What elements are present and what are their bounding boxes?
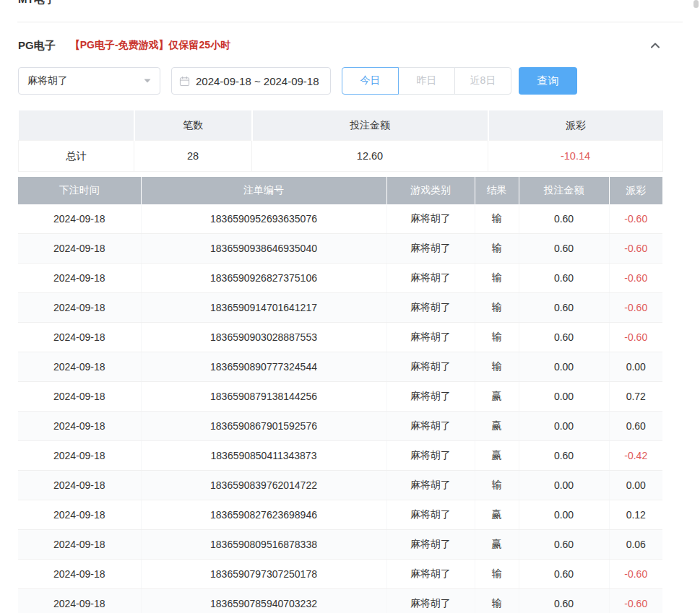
game-type-cell: 麻将胡了: [386, 264, 475, 293]
bet-records-table: 下注时间注单编号游戏类别结果投注金额派彩 2024-09-18183659095…: [18, 177, 662, 613]
summary-table: 笔数 投注金额 派彩 总计 28 12.60 -10.14: [18, 110, 663, 172]
bet-amount-cell: 0.60: [519, 323, 609, 352]
column-header-bet-amount: 投注金额: [519, 177, 609, 204]
section-title: PG电子: [18, 39, 56, 53]
table-row: 2024-09-181836590903028887553麻将胡了输0.60-0…: [18, 323, 662, 352]
summary-header-blank: [19, 110, 134, 141]
order-id-cell: 1836590827623698946: [141, 500, 386, 530]
date-range-value: 2024-09-18 ~ 2024-09-18: [196, 75, 319, 87]
column-header-result: 结果: [475, 177, 519, 204]
game-type-cell: 麻将胡了: [386, 352, 475, 382]
game-select[interactable]: 麻将胡了: [18, 67, 160, 95]
bet-amount-cell: 0.60: [519, 441, 609, 471]
table-row: 2024-09-181836590938646935040麻将胡了输0.60-0…: [18, 234, 662, 264]
game-select-value: 麻将胡了: [27, 74, 68, 87]
summary-count-value: 28: [134, 141, 252, 172]
payout-cell: 0.00: [609, 352, 662, 382]
payout-cell: 0.12: [609, 500, 662, 530]
pg-section-header: PG电子 【PG电子-免费游戏】仅保留25小时: [18, 36, 662, 55]
payout-cell: -0.42: [609, 441, 662, 471]
game-type-cell: 麻将胡了: [386, 530, 475, 560]
table-row: 2024-09-181836590839762014722麻将胡了输0.000.…: [18, 471, 662, 500]
game-type-cell: 麻将胡了: [386, 441, 475, 471]
payout-cell: 0.06: [609, 530, 662, 560]
payout-cell: -0.60: [609, 589, 662, 613]
order-id-cell: 1836590914701641217: [141, 293, 386, 323]
quick-filter-yesterday-button[interactable]: 昨日: [398, 67, 455, 95]
chevron-up-icon: [649, 40, 661, 51]
date-range-input[interactable]: 2024-09-18 ~ 2024-09-18: [171, 67, 331, 95]
payout-cell: 0.00: [609, 471, 662, 500]
game-type-cell: 麻将胡了: [386, 382, 475, 412]
calendar-icon: [179, 76, 190, 87]
filter-bar: 麻将胡了 2024-09-18 ~ 2024-09-18 今日 昨日 近8日 查…: [18, 67, 662, 95]
game-type-cell: 麻将胡了: [386, 323, 475, 352]
order-id-cell: 1836590890777324544: [141, 352, 386, 382]
table-row: 2024-09-181836590809516878338麻将胡了赢0.600.…: [18, 530, 662, 560]
bet-amount-cell: 0.60: [519, 264, 609, 293]
summary-header-bet-amount: 投注金额: [252, 110, 488, 141]
bet-time-cell: 2024-09-18: [18, 293, 141, 323]
betting-records-page: MT电子 PG电子 【PG电子-免费游戏】仅保留25小时 麻将胡了: [0, 0, 700, 613]
payout-cell: 0.72: [609, 382, 662, 412]
bet-time-cell: 2024-09-18: [18, 471, 141, 500]
order-id-cell: 1836590839762014722: [141, 471, 386, 500]
table-row: 2024-09-181836590785940703232麻将胡了输0.60-0…: [18, 589, 662, 613]
table-row: 2024-09-181836590914701641217麻将胡了输0.60-0…: [18, 293, 662, 323]
payout-cell: -0.60: [609, 234, 662, 264]
table-row: 2024-09-181836590827623698946麻将胡了赢0.000.…: [18, 500, 662, 530]
order-id-cell: 1836590867901592576: [141, 412, 386, 441]
bet-amount-cell: 0.60: [519, 204, 609, 234]
table-row: 2024-09-181836590867901592576麻将胡了赢0.000.…: [18, 412, 662, 441]
section-divider: [17, 22, 683, 22]
order-id-cell: 1836590797307250178: [141, 560, 386, 589]
summary-total-label: 总计: [19, 141, 134, 172]
bet-time-cell: 2024-09-18: [18, 204, 141, 234]
quick-filter-last8days-button[interactable]: 近8日: [454, 67, 511, 95]
bet-time-cell: 2024-09-18: [18, 352, 141, 382]
payout-cell: -0.60: [609, 560, 662, 589]
bet-table-header-row: 下注时间注单编号游戏类别结果投注金额派彩: [18, 177, 662, 204]
bet-time-cell: 2024-09-18: [18, 589, 141, 613]
summary-total-row: 总计 28 12.60 -10.14: [19, 141, 663, 172]
game-type-cell: 麻将胡了: [386, 412, 475, 441]
order-id-cell: 1836590903028887553: [141, 323, 386, 352]
table-row: 2024-09-181836590890777324544麻将胡了输0.000.…: [18, 352, 662, 382]
order-id-cell: 1836590809516878338: [141, 530, 386, 560]
payout-cell: -0.60: [609, 293, 662, 323]
column-header-game-type: 游戏类别: [386, 177, 475, 204]
bet-amount-cell: 0.60: [519, 530, 609, 560]
bet-amount-cell: 0.60: [519, 589, 609, 613]
table-row: 2024-09-181836590879138144256麻将胡了赢0.000.…: [18, 382, 662, 412]
result-cell: 赢: [475, 530, 519, 560]
table-row: 2024-09-181836590952693635076麻将胡了输0.60-0…: [18, 204, 662, 234]
bet-amount-cell: 0.60: [519, 560, 609, 589]
section-notice: 【PG电子-免费游戏】仅保留25小时: [70, 39, 230, 52]
summary-header-count: 笔数: [134, 110, 252, 141]
column-header-payout: 派彩: [609, 177, 662, 204]
order-id-cell: 1836590938646935040: [141, 234, 386, 264]
game-type-cell: 麻将胡了: [386, 204, 475, 234]
order-id-cell: 1836590926827375106: [141, 264, 386, 293]
bet-amount-cell: 0.00: [519, 352, 609, 382]
search-button[interactable]: 查询: [519, 67, 577, 95]
result-cell: 赢: [475, 382, 519, 412]
payout-cell: -0.60: [609, 323, 662, 352]
bet-table-body: 2024-09-181836590952693635076麻将胡了输0.60-0…: [18, 204, 662, 613]
order-id-cell: 1836590785940703232: [141, 589, 386, 613]
result-cell: 赢: [475, 412, 519, 441]
bet-time-cell: 2024-09-18: [18, 323, 141, 352]
result-cell: 输: [475, 352, 519, 382]
scrollbar-thumb[interactable]: [693, 0, 699, 8]
bet-time-cell: 2024-09-18: [18, 441, 141, 471]
collapse-section-button[interactable]: [648, 38, 662, 53]
summary-bet-amount-value: 12.60: [252, 141, 488, 172]
bet-amount-cell: 0.00: [519, 471, 609, 500]
column-header-order-id: 注单编号: [141, 177, 386, 204]
game-type-cell: 麻将胡了: [386, 471, 475, 500]
bet-time-cell: 2024-09-18: [18, 560, 141, 589]
table-row: 2024-09-181836590926827375106麻将胡了输0.60-0…: [18, 264, 662, 293]
quick-filter-today-button[interactable]: 今日: [342, 67, 399, 95]
table-row: 2024-09-181836590850411343873麻将胡了赢0.60-0…: [18, 441, 662, 471]
payout-cell: 0.60: [609, 412, 662, 441]
